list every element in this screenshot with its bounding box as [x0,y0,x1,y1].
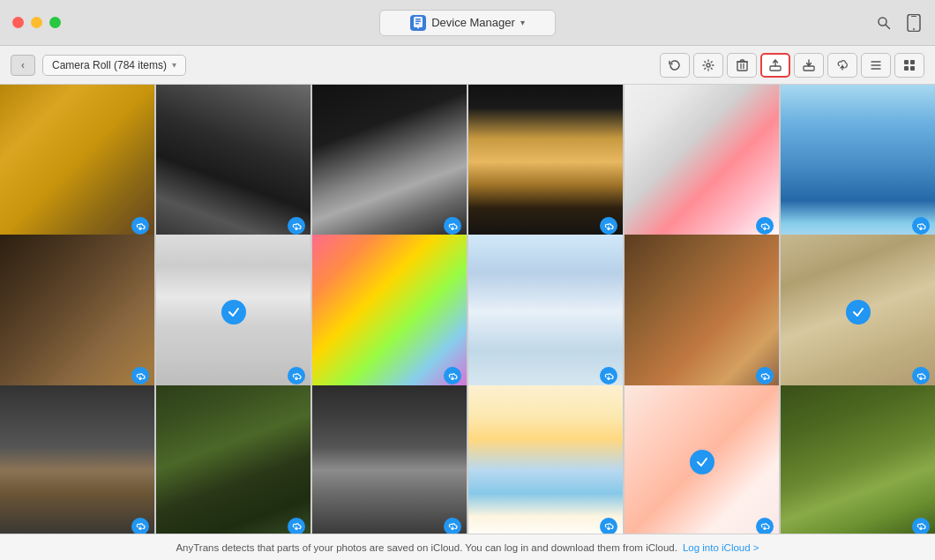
svg-rect-3 [415,23,419,25]
svg-rect-15 [770,66,781,71]
photo-cell-18[interactable] [781,385,935,540]
svg-rect-21 [910,60,915,64]
refresh-button[interactable] [660,53,690,78]
cloud-badge [131,518,149,535]
photo-cell-3[interactable] [312,85,467,239]
photo-cell-17[interactable] [625,385,779,540]
app-title-center[interactable]: Device Manager ▾ [379,10,556,36]
svg-point-9 [913,28,915,30]
window-controls [12,17,61,28]
cloud-badge [912,367,930,385]
photo-cell-2[interactable] [156,85,310,239]
svg-rect-16 [804,66,814,71]
cloud-badge [600,518,617,535]
cloud-badge [912,217,930,235]
cloud-badge [756,367,774,385]
cloud-badge [444,367,461,385]
svg-rect-2 [415,20,421,22]
search-icon[interactable] [875,14,893,32]
photo-cell-9[interactable] [312,235,467,389]
svg-rect-11 [737,62,747,71]
svg-line-6 [886,25,890,29]
folder-name-label: Camera Roll (784 items) [52,59,167,71]
folder-selector[interactable]: Camera Roll (784 items) ▾ [42,55,186,76]
title-bar: Device Manager ▾ [0,0,935,46]
cloud-badge [600,217,617,235]
photo-cell-15[interactable] [312,385,467,540]
selected-check-badge [221,300,246,325]
cloud-upload-button[interactable] [827,53,857,78]
cloud-badge [756,217,774,235]
cloud-badge [600,367,617,385]
svg-point-10 [707,63,710,67]
photo-cell-8[interactable] [156,235,310,389]
close-button[interactable] [12,17,24,28]
cloud-badge [288,518,305,535]
cloud-badge [288,367,305,385]
app-icon [410,15,426,31]
cloud-badge [131,217,149,235]
back-button[interactable]: ‹ [11,55,35,76]
photo-cell-13[interactable] [0,385,154,540]
grid-view-button[interactable] [894,53,924,78]
title-bar-actions [875,14,923,32]
photo-cell-6[interactable] [781,85,935,239]
photo-cell-16[interactable] [468,385,623,540]
photo-cell-5[interactable] [625,85,779,239]
cloud-badge [131,367,149,385]
photo-cell-14[interactable] [156,385,310,540]
title-dropdown-icon: ▾ [520,18,525,27]
selected-check-badge [690,450,714,474]
photo-cell-12[interactable] [781,235,935,389]
import-button[interactable] [794,53,824,78]
notification-message: AnyTrans detects that parts of your phot… [176,542,677,553]
settings-button[interactable] [693,53,723,78]
photo-cell-4[interactable] [468,85,623,239]
minimize-button[interactable] [31,17,42,28]
svg-rect-8 [911,16,916,17]
toolbar: ‹ Camera Roll (784 items) ▾ [0,46,935,85]
delete-button[interactable] [727,53,757,78]
svg-rect-22 [904,66,909,71]
app-name-label: Device Manager [431,16,515,29]
svg-rect-20 [904,60,909,64]
svg-rect-1 [415,19,421,20]
photo-grid [0,85,935,534]
list-view-button[interactable] [861,53,891,78]
cloud-badge [444,518,461,535]
photo-cell-10[interactable] [468,235,623,389]
icloud-login-link[interactable]: Log into iCloud > [683,542,759,553]
device-icon[interactable] [905,14,923,32]
photo-cell-7[interactable] [0,235,154,389]
selected-check-badge [846,300,871,325]
notification-bar: AnyTrans detects that parts of your phot… [0,534,935,560]
svg-rect-23 [910,66,915,71]
toolbar-actions [660,53,924,78]
cloud-badge [756,518,774,535]
photo-cell-1[interactable] [0,85,154,239]
cloud-badge [444,217,461,235]
maximize-button[interactable] [49,17,61,28]
folder-dropdown-icon: ▾ [172,60,176,70]
svg-rect-4 [418,26,419,28]
export-button[interactable] [760,53,790,78]
photo-cell-11[interactable] [625,235,779,389]
cloud-badge [912,518,930,535]
cloud-badge [288,217,305,235]
